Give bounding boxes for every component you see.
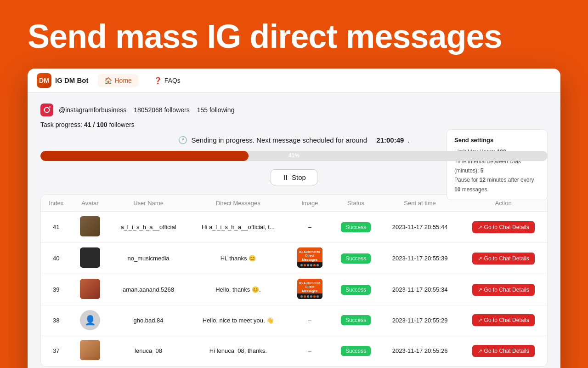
app-window: DM IG DM Bot 🏠 Home ❓ FAQs Send settings… bbox=[28, 69, 560, 368]
external-link-icon: ↗ bbox=[478, 224, 482, 230]
instagram-icon bbox=[40, 104, 53, 116]
cell-sent-at: 2023-11-17 20:55:26 bbox=[380, 335, 459, 367]
status-badge: Success bbox=[341, 346, 371, 356]
cell-avatar bbox=[72, 243, 109, 274]
cell-index: 40 bbox=[41, 243, 72, 274]
cell-status: Success bbox=[331, 335, 380, 367]
image-thumbnail: IG AutomatedDirect Messages IG DM Bot bbox=[297, 279, 322, 299]
send-settings-title: Send settings bbox=[454, 135, 540, 145]
cell-avatar bbox=[72, 274, 109, 305]
col-avatar: Avatar bbox=[72, 195, 109, 212]
task-progress: Task progress: 41 / 100 followers bbox=[40, 121, 548, 128]
cell-message: Hi lenuca_08, thanks. bbox=[188, 335, 288, 367]
image-none: – bbox=[308, 317, 311, 324]
cell-username: lenuca_08 bbox=[109, 335, 188, 367]
cell-action: ↗ Go to Chat Details bbox=[459, 335, 547, 367]
table-row: 37 lenuca_08 Hi lenuca_08, thanks. – Suc… bbox=[41, 335, 547, 367]
profile-following: 155 following bbox=[197, 106, 235, 114]
col-messages: Direct Messages bbox=[188, 195, 288, 212]
svg-point-2 bbox=[49, 106, 51, 108]
avatar bbox=[80, 279, 100, 299]
cell-action: ↗ Go to Chat Details bbox=[459, 212, 547, 243]
table-row: 41 a_l_i_s_h_a__official Hi a_l_i_s_h_a_… bbox=[41, 212, 547, 243]
messages-table-wrapper: Index Avatar User Name Direct Messages I… bbox=[40, 195, 548, 367]
app-name: IG DM Bot bbox=[55, 76, 89, 84]
image-thumbnail: IG AutomatedDirect Messages IG DM Bot bbox=[297, 247, 322, 268]
cell-image: – bbox=[288, 305, 331, 335]
external-link-icon: ↗ bbox=[478, 348, 482, 354]
scheduled-time: 21:00:49 bbox=[376, 136, 404, 144]
pause-icon: ⏸ bbox=[282, 173, 289, 181]
messages-table: Index Avatar User Name Direct Messages I… bbox=[41, 195, 547, 366]
avatar bbox=[80, 216, 100, 236]
cell-avatar: 👤 bbox=[72, 305, 109, 335]
cell-action: ↗ Go to Chat Details bbox=[459, 305, 547, 335]
external-link-icon: ↗ bbox=[478, 317, 482, 323]
go-to-chat-button[interactable]: ↗ Go to Chat Details bbox=[472, 284, 535, 296]
avatar bbox=[80, 340, 100, 360]
external-link-icon: ↗ bbox=[478, 287, 482, 293]
cell-status: Success bbox=[331, 243, 380, 274]
cell-image: IG AutomatedDirect Messages IG DM Bot bbox=[288, 243, 331, 274]
go-to-chat-button[interactable]: ↗ Go to Chat Details bbox=[472, 221, 535, 233]
cell-sent-at: 2023-11-17 20:55:44 bbox=[380, 212, 459, 243]
avatar: 👤 bbox=[80, 310, 100, 330]
cell-image: – bbox=[288, 335, 331, 367]
table-row: 38 👤 gho.bad.84 Hello, nice to meet you,… bbox=[41, 305, 547, 335]
hero-banner: Send mass IG direct messages bbox=[0, 0, 588, 69]
nav-faqs[interactable]: ❓ FAQs bbox=[147, 74, 187, 87]
cell-sent-at: 2023-11-17 20:55:34 bbox=[380, 274, 459, 305]
go-to-chat-button[interactable]: ↗ Go to Chat Details bbox=[472, 314, 535, 326]
progress-label: 41% bbox=[288, 152, 300, 159]
send-settings-box: Send settings Limit Max Users: 100 Time … bbox=[447, 129, 548, 200]
cell-message: Hello, thanks 😊. bbox=[188, 274, 288, 305]
cell-image: IG AutomatedDirect Messages IG DM Bot bbox=[288, 274, 331, 305]
cell-status: Success bbox=[331, 212, 380, 243]
cell-action: ↗ Go to Chat Details bbox=[459, 243, 547, 274]
status-badge: Success bbox=[341, 285, 371, 295]
cell-sent-at: 2023-11-17 20:55:39 bbox=[380, 243, 459, 274]
home-icon: 🏠 bbox=[104, 77, 112, 84]
cell-index: 37 bbox=[41, 335, 72, 367]
cell-sent-at: 2023-11-17 20:55:29 bbox=[380, 305, 459, 335]
hero-title: Send mass IG direct messages bbox=[28, 18, 560, 55]
cell-avatar bbox=[72, 212, 109, 243]
cell-status: Success bbox=[331, 305, 380, 335]
nav-logo: DM IG DM Bot bbox=[37, 73, 89, 88]
cell-message: Hi, thanks 😊 bbox=[188, 243, 288, 274]
table-row: 39 aman.aanand.5268 Hello, thanks 😊. IG … bbox=[41, 274, 547, 305]
stop-button[interactable]: ⏸ Stop bbox=[271, 169, 317, 185]
logo-icon: DM bbox=[37, 73, 51, 88]
cell-username: no_musicmedia bbox=[109, 243, 188, 274]
question-icon: ❓ bbox=[154, 77, 162, 84]
cell-image: – bbox=[288, 212, 331, 243]
cell-index: 39 bbox=[41, 274, 72, 305]
col-status: Status bbox=[331, 195, 380, 212]
profile-followers: 18052068 followers bbox=[134, 106, 189, 114]
progress-bar-container: 41% bbox=[40, 151, 548, 161]
clock-icon: 🕐 bbox=[178, 136, 187, 144]
col-image: Image bbox=[288, 195, 331, 212]
avatar bbox=[80, 247, 100, 268]
image-none: – bbox=[308, 347, 311, 354]
cell-username: a_l_i_s_h_a__official bbox=[109, 212, 188, 243]
table-row: 40 no_musicmedia Hi, thanks 😊 IG Automat… bbox=[41, 243, 547, 274]
nav-bar: DM IG DM Bot 🏠 Home ❓ FAQs bbox=[28, 69, 560, 92]
progress-suffix: followers bbox=[109, 121, 134, 128]
profile-row: @instagramforbusiness 18052068 followers… bbox=[40, 104, 548, 116]
svg-rect-0 bbox=[40, 104, 53, 116]
profile-info: @instagramforbusiness 18052068 followers… bbox=[59, 106, 234, 114]
external-link-icon: ↗ bbox=[478, 255, 482, 262]
cell-message: Hi a_l_i_s_h_a__official, t... bbox=[188, 212, 288, 243]
status-badge: Success bbox=[341, 253, 371, 264]
cell-status: Success bbox=[331, 274, 380, 305]
nav-home[interactable]: 🏠 Home bbox=[98, 74, 138, 87]
col-username: User Name bbox=[109, 195, 188, 212]
go-to-chat-button[interactable]: ↗ Go to Chat Details bbox=[472, 253, 535, 264]
go-to-chat-button[interactable]: ↗ Go to Chat Details bbox=[472, 345, 535, 357]
send-settings-pause: Pause for 12 minutes after every 10 mess… bbox=[454, 175, 540, 194]
cell-username: aman.aanand.5268 bbox=[109, 274, 188, 305]
status-badge: Success bbox=[341, 315, 371, 325]
cell-avatar bbox=[72, 335, 109, 367]
cell-action: ↗ Go to Chat Details bbox=[459, 274, 547, 305]
